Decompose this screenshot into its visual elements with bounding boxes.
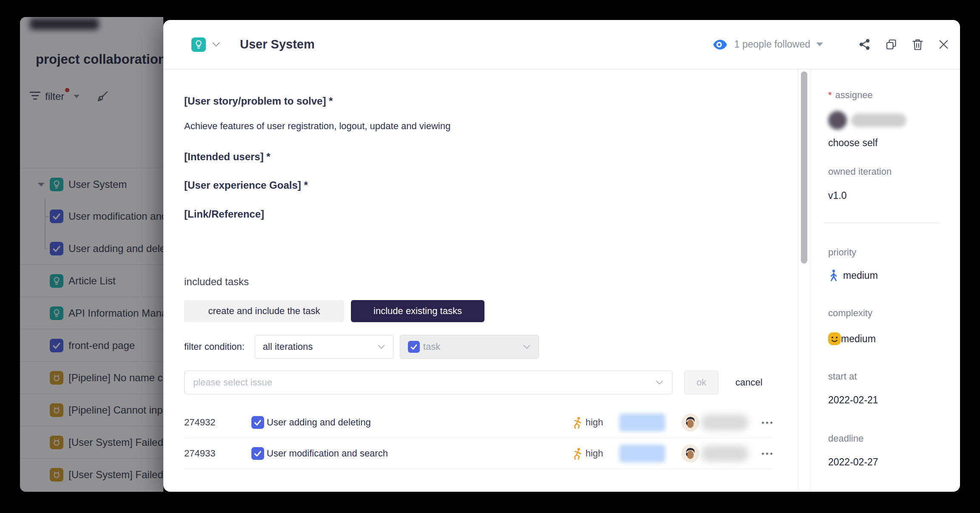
iteration-select[interactable]: all iterations	[255, 335, 393, 359]
chevron-down-icon	[523, 344, 531, 349]
filter-toolbar: filter	[29, 88, 109, 105]
type-caret-icon[interactable]	[212, 42, 220, 47]
copy-button[interactable]	[886, 39, 897, 50]
modal-actions	[843, 39, 949, 51]
tree-item-user-adding[interactable]: User adding and deleting	[20, 232, 163, 265]
ok-button[interactable]: ok	[684, 371, 718, 394]
task-id: 274932	[184, 417, 227, 428]
include-existing-button[interactable]: include existing tasks	[351, 300, 484, 322]
complexity-value[interactable]: medium	[828, 332, 952, 345]
field-heading-link-reference: [Link/Reference]	[184, 208, 772, 221]
priority-label: priority	[828, 247, 952, 258]
defect-icon	[50, 468, 63, 482]
clear-filter-button[interactable]	[96, 90, 109, 103]
included-task-list: 274932 User adding and deleting high	[184, 407, 772, 469]
close-icon	[938, 39, 949, 50]
cancel-button[interactable]: cancel	[735, 377, 763, 388]
start-at-label: start at	[828, 371, 952, 382]
required-mark: *	[828, 90, 832, 100]
included-tasks-title: included tasks	[184, 276, 772, 288]
task-icon	[251, 447, 264, 460]
deadline-value[interactable]: 2022-02-27	[828, 456, 952, 468]
page-title: project collaboration	[36, 52, 163, 67]
priority-value[interactable]: medium	[828, 269, 952, 282]
copy-icon	[886, 39, 897, 50]
task-row[interactable]: 274933 User modification and search high	[184, 438, 772, 469]
followers-count: 1 people followed	[734, 39, 810, 50]
task-icon	[50, 242, 63, 255]
tree-item-user-system[interactable]: User System	[20, 168, 163, 200]
tree-item-article-list[interactable]: Article List	[20, 265, 163, 297]
priority-indicator: high	[571, 447, 603, 460]
assignee-name-blurred	[701, 445, 749, 462]
priority-label: high	[585, 417, 603, 428]
more-menu-icon[interactable]	[760, 453, 772, 455]
task-row[interactable]: 274932 User adding and deleting high	[184, 407, 772, 438]
task-icon	[50, 339, 63, 352]
task-title[interactable]: User modification and search	[267, 448, 388, 459]
modal-title: User System	[240, 37, 315, 51]
scrollbar-thumb[interactable]	[801, 71, 807, 264]
story-icon	[50, 306, 63, 320]
issue-tree: User System User modification and search…	[20, 168, 163, 491]
tree-item-api-information[interactable]: API Information Management	[20, 297, 163, 329]
modal-body: [User story/problem to solve] * Achieve …	[163, 69, 960, 492]
avatar	[828, 111, 847, 130]
task-icon	[251, 416, 264, 429]
followers-control[interactable]: 1 people followed	[713, 39, 823, 50]
runner-icon	[571, 447, 583, 460]
trash-icon	[912, 39, 923, 51]
filter-button[interactable]: filter	[45, 91, 64, 102]
tree-item-user-modification[interactable]: User modification and search	[20, 200, 163, 232]
issue-select-input[interactable]: please select issue	[184, 371, 672, 394]
eye-icon	[713, 39, 727, 50]
avatar	[681, 445, 699, 462]
start-at-value[interactable]: 2022-02-21	[828, 394, 952, 406]
filter-caret-icon[interactable]	[74, 95, 80, 98]
share-button[interactable]	[859, 39, 870, 50]
field-heading-experience-goals: [User experience Goals] *	[184, 179, 772, 192]
field-heading-user-story: [User story/problem to solve] *	[184, 95, 772, 108]
filter-condition-row: filter condition: all iterations task	[184, 335, 772, 359]
defect-icon	[50, 436, 63, 449]
priority-indicator: high	[571, 416, 603, 429]
filter-condition-label: filter condition:	[184, 341, 245, 352]
status-badge-blurred	[619, 414, 665, 431]
walker-icon	[828, 269, 839, 282]
tree-item-pipeline-2[interactable]: [Pipeline] Cannot inpu	[20, 394, 163, 426]
owned-iteration-value[interactable]: v1.0	[828, 190, 952, 201]
broom-icon	[96, 90, 109, 103]
chevron-down-icon	[377, 344, 385, 349]
assignee-name-blurred	[851, 113, 906, 127]
tree-item-pipeline-1[interactable]: [Pipeline] No name co	[20, 362, 163, 394]
create-and-include-button[interactable]: create and include the task	[184, 300, 344, 322]
followers-caret-icon	[816, 43, 823, 46]
close-button[interactable]	[938, 39, 949, 50]
delete-button[interactable]	[912, 39, 923, 51]
field-value-user-story[interactable]: Achieve features of user registration, l…	[184, 120, 772, 133]
blurred-browser-tab	[30, 18, 99, 30]
assignee-value-blurred[interactable]	[828, 111, 952, 130]
issue-select-placeholder: please select issue	[193, 377, 272, 388]
share-icon	[859, 39, 870, 50]
assignee-name-blurred	[701, 414, 749, 431]
deadline-label: deadline	[828, 433, 952, 444]
task-title[interactable]: User adding and deleting	[267, 417, 371, 428]
scrollbar-track[interactable]	[798, 69, 810, 492]
tree-item-user-system-failed-1[interactable]: [User System] Failed t	[20, 426, 163, 459]
background-project-window: project collaboration filter User Syste	[20, 17, 163, 492]
story-type-icon[interactable]	[191, 37, 206, 52]
task-id: 274933	[184, 448, 227, 459]
chevron-down-icon	[655, 380, 664, 385]
tree-item-user-system-failed-2[interactable]: [User System] Failed t	[20, 459, 163, 491]
task-icon	[408, 341, 420, 353]
more-menu-icon[interactable]	[760, 422, 772, 424]
status-badge-blurred	[619, 445, 665, 462]
collapse-caret-icon[interactable]	[38, 183, 45, 187]
sidebar-divider	[824, 223, 940, 223]
tree-item-front-end-page[interactable]: front-end page	[20, 329, 163, 362]
choose-self-link[interactable]: choose self	[828, 137, 952, 149]
issue-type-select[interactable]: task	[400, 335, 539, 359]
owned-iteration-label: owned iteration	[828, 166, 952, 177]
field-heading-intended-users: [Intended users] *	[184, 150, 772, 163]
